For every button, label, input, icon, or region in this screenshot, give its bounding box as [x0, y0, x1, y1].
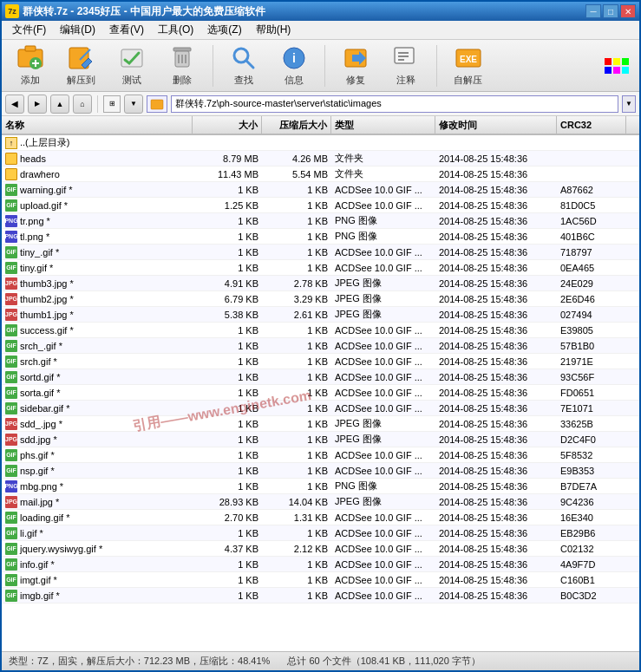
info-button[interactable]: i 信息	[272, 40, 316, 91]
cell-modified: 2014-08-25 15:48:36	[435, 434, 557, 445]
cell-modified: 2014-08-25 15:48:36	[435, 512, 557, 523]
cell-modified: 2014-08-25 15:48:36	[435, 263, 557, 273]
table-row[interactable]: GIF imgt.gif * 1 KB 1 KB ACDSee 10.0 GIF…	[2, 572, 639, 588]
table-row[interactable]: PNG tl.png * 1 KB 1 KB PNG 图像 2014-08-25…	[2, 229, 639, 245]
table-row[interactable]: GIF srch_.gif * 1 KB 1 KB ACDSee 10.0 GI…	[2, 338, 639, 354]
cell-csize: 1 KB	[262, 590, 331, 601]
home-button[interactable]: ⌂	[73, 95, 92, 114]
cell-name: GIF tiny.gif *	[2, 262, 193, 274]
header-csize[interactable]: 压缩后大小	[262, 116, 331, 134]
header-crc[interactable]: CRC32	[557, 116, 626, 134]
gif-icon: GIF	[5, 512, 17, 524]
repair-button[interactable]: 修复	[334, 40, 377, 91]
cell-crc: 33625B	[557, 419, 626, 429]
add-button[interactable]: 添加	[9, 40, 52, 91]
table-row[interactable]: GIF srch.gif * 1 KB 1 KB ACDSee 10.0 GIF…	[2, 354, 639, 369]
cell-crc: 1AC56D	[557, 216, 626, 226]
toolbar-separator-3	[436, 45, 437, 87]
cell-type: JPEG 图像	[331, 308, 435, 321]
repair-icon	[342, 44, 370, 72]
gif-icon: GIF	[5, 262, 17, 274]
table-row[interactable]: GIF jquery.wysiwyg.gif * 4.37 KB 2.12 KB…	[2, 541, 639, 557]
cell-csize: 1 KB	[262, 372, 331, 382]
gif-icon: GIF	[5, 449, 17, 461]
table-row[interactable]: JPG sdd_.jpg * 1 KB 1 KB JPEG 图像 2014-08…	[2, 416, 639, 432]
comment-button[interactable]: 注释	[384, 40, 428, 91]
table-row[interactable]: GIF li.gif * 1 KB 1 KB ACDSee 10.0 GIF .…	[2, 525, 639, 541]
address-input[interactable]	[171, 95, 618, 113]
table-row[interactable]: heads 8.79 MB 4.26 MB 文件夹 2014-08-25 15:…	[2, 151, 639, 166]
cell-crc: 9C4236	[557, 497, 626, 507]
toolbar-separator-1	[213, 45, 213, 87]
cell-type: JPEG 图像	[331, 292, 435, 305]
table-row[interactable]: GIF tiny.gif * 1 KB 1 KB ACDSee 10.0 GIF…	[2, 260, 639, 276]
cell-crc: C02132	[557, 544, 626, 554]
cell-csize: 5.54 MB	[262, 169, 331, 179]
extract-button[interactable]: 解压到	[59, 40, 103, 91]
menu-file[interactable]: 文件(F)	[5, 21, 53, 39]
table-row[interactable]: GIF sidebar.gif * 1 KB 1 KB ACDSee 10.0 …	[2, 401, 639, 416]
cell-name: PNG tl.png *	[2, 231, 193, 243]
table-row[interactable]: JPG thumb3.jpg * 4.91 KB 2.78 KB JPEG 图像…	[2, 276, 639, 291]
find-button[interactable]: 查找	[222, 40, 265, 91]
folder-icon	[5, 153, 17, 165]
minimize-button[interactable]: ─	[585, 4, 601, 18]
table-row[interactable]: PNG mbg.png * 1 KB 1 KB PNG 图像 2014-08-2…	[2, 479, 639, 494]
cell-modified: 2014-08-25 15:48:36	[435, 419, 557, 429]
table-row[interactable]: drawhero 11.43 MB 5.54 MB 文件夹 2014-08-25…	[2, 166, 639, 182]
header-type[interactable]: 类型	[331, 116, 435, 134]
cell-modified: 2014-08-25 15:48:36	[435, 216, 557, 226]
table-row[interactable]: GIF tiny_.gif * 1 KB 1 KB ACDSee 10.0 GI…	[2, 245, 639, 260]
table-row[interactable]: GIF imgb.gif * 1 KB 1 KB ACDSee 10.0 GIF…	[2, 588, 639, 603]
gif-icon: GIF	[5, 590, 17, 602]
addr-dropdown-btn[interactable]: ▼	[622, 95, 636, 113]
table-row[interactable]: ↑ ..(上层目录)	[2, 135, 639, 151]
menu-tools[interactable]: 工具(O)	[151, 21, 200, 39]
selfextract-button[interactable]: EXE 自解压	[446, 40, 490, 91]
table-row[interactable]: JPG thumb1.jpg * 5.38 KB 2.61 KB JPEG 图像…	[2, 307, 639, 323]
table-row[interactable]: GIF sortd.gif * 1 KB 1 KB ACDSee 10.0 GI…	[2, 369, 639, 385]
header-modified[interactable]: 修改时间	[435, 116, 557, 134]
menu-help[interactable]: 帮助(H)	[249, 21, 298, 39]
table-row[interactable]: JPG sdd.jpg * 1 KB 1 KB JPEG 图像 2014-08-…	[2, 432, 639, 447]
cell-type: JPEG 图像	[331, 495, 435, 508]
cell-csize: 1 KB	[262, 466, 331, 476]
cell-crc: 24E029	[557, 278, 626, 289]
cell-name: GIF success.gif *	[2, 324, 193, 336]
view-toggle[interactable]: ⊞	[103, 95, 121, 113]
up-button[interactable]: ▲	[50, 95, 69, 114]
table-row[interactable]: GIF upload.gif * 1.25 KB 1 KB ACDSee 10.…	[2, 198, 639, 213]
gif-icon: GIF	[5, 324, 17, 336]
gif-icon: GIF	[5, 340, 17, 352]
menu-bar: 文件(F) 编辑(D) 查看(V) 工具(O) 选项(Z) 帮助(H)	[2, 21, 639, 40]
cell-crc: E39805	[557, 325, 626, 336]
forward-button[interactable]: ▶	[28, 95, 47, 114]
cell-size: 1 KB	[193, 450, 262, 460]
header-name[interactable]: 名称	[2, 116, 193, 134]
delete-button[interactable]: 删除	[160, 40, 204, 91]
table-row[interactable]: GIF loading.gif * 2.70 KB 1.31 KB ACDSee…	[2, 510, 639, 525]
cell-crc: A87662	[557, 185, 626, 195]
maximize-button[interactable]: □	[603, 4, 618, 18]
header-size[interactable]: 大小	[193, 116, 262, 134]
find-label: 查找	[234, 74, 253, 87]
menu-edit[interactable]: 编辑(D)	[53, 21, 102, 39]
cell-modified: 2014-08-25 15:48:36	[435, 310, 557, 320]
table-row[interactable]: GIF warning.gif * 1 KB 1 KB ACDSee 10.0 …	[2, 182, 639, 198]
menu-view[interactable]: 查看(V)	[102, 21, 151, 39]
back-button[interactable]: ◀	[5, 95, 24, 114]
up-icon: ↑	[5, 137, 17, 149]
table-row[interactable]: JPG thumb2.jpg * 6.79 KB 3.29 KB JPEG 图像…	[2, 291, 639, 307]
cell-size: 1 KB	[193, 388, 262, 398]
view-dropdown[interactable]: ▼	[124, 95, 143, 114]
table-row[interactable]: GIF success.gif * 1 KB 1 KB ACDSee 10.0 …	[2, 323, 639, 338]
close-button[interactable]: ✕	[620, 4, 636, 18]
menu-options[interactable]: 选项(Z)	[200, 21, 248, 39]
table-row[interactable]: JPG mail.jpg * 28.93 KB 14.04 KB JPEG 图像…	[2, 494, 639, 510]
table-row[interactable]: PNG tr.png * 1 KB 1 KB PNG 图像 2014-08-25…	[2, 213, 639, 229]
table-row[interactable]: GIF nsp.gif * 1 KB 1 KB ACDSee 10.0 GIF …	[2, 463, 639, 479]
table-row[interactable]: GIF info.gif * 1 KB 1 KB ACDSee 10.0 GIF…	[2, 557, 639, 572]
table-row[interactable]: GIF sorta.gif * 1 KB 1 KB ACDSee 10.0 GI…	[2, 385, 639, 401]
table-row[interactable]: GIF phs.gif * 1 KB 1 KB ACDSee 10.0 GIF …	[2, 447, 639, 463]
test-button[interactable]: 测试	[110, 40, 154, 91]
